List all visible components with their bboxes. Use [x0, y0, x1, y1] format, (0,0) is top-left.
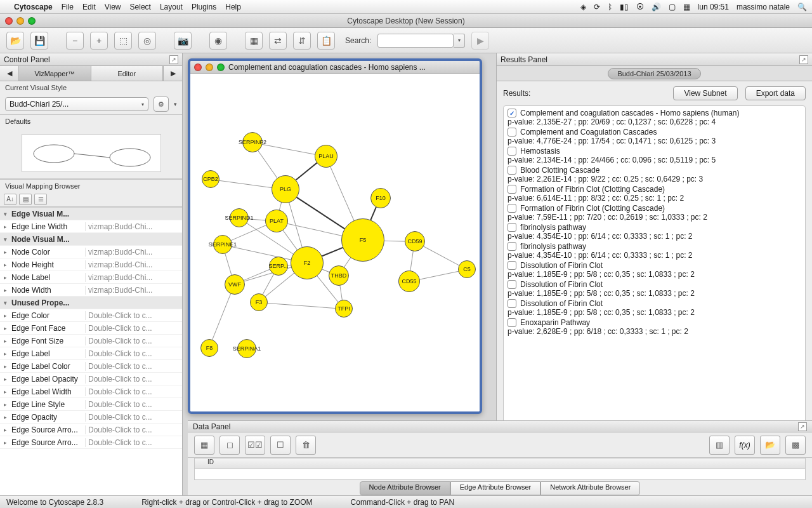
network-node[interactable]: SERPINF2: [242, 132, 263, 152]
tree-row[interactable]: ▸Edge ColorDouble-Click to c...: [0, 309, 182, 322]
result-checkbox[interactable]: [508, 147, 516, 156]
result-checkbox[interactable]: [508, 128, 516, 137]
tree-row[interactable]: ▸Edge Font SizeDouble-Click to c...: [0, 335, 182, 347]
search-go-icon[interactable]: ▶: [471, 32, 489, 50]
open-icon[interactable]: 📂: [6, 32, 24, 50]
result-item[interactable]: Formation of Fibrin Clot (Clotting Casca…: [508, 185, 801, 203]
save-icon[interactable]: 💾: [30, 32, 48, 50]
tree-row[interactable]: ▸Edge Source Arro...Double-Click to c...: [0, 424, 182, 436]
network-node[interactable]: CD59: [405, 231, 425, 251]
result-checkbox[interactable]: [508, 109, 516, 117]
tab-prev[interactable]: ◀: [0, 66, 19, 81]
network-node[interactable]: F10: [370, 188, 391, 208]
result-item[interactable]: Hemostasisp-value: 2,134E-14 ; pp: 24/46…: [508, 147, 801, 164]
battery-icon[interactable]: ▮▯: [620, 3, 629, 11]
tree-row[interactable]: ▸Edge Label OpacityDouble-Click to c...: [0, 373, 182, 385]
bluetooth-icon[interactable]: ᛒ: [608, 3, 612, 11]
search-dropdown[interactable]: ▾: [454, 34, 465, 48]
network-node[interactable]: TFPI: [335, 300, 353, 318]
result-item[interactable]: Dissolution of Fibrin Clotp-value: 1,185…: [508, 261, 801, 279]
tree-row[interactable]: ▸Node Heightvizmap:Budd-Chi...: [0, 258, 182, 271]
network-node[interactable]: CPB2: [202, 170, 219, 188]
style-menu-arrow[interactable]: ▾: [174, 101, 177, 107]
network-node[interactable]: PLG: [272, 175, 299, 203]
gdrive-icon[interactable]: ◈: [580, 3, 586, 11]
network-node[interactable]: F3: [250, 293, 268, 311]
result-item[interactable]: Blood Clotting Cascadep-value: 2,261E-14…: [508, 166, 801, 184]
tree-row[interactable]: ▸Node Colorvizmap:Budd-Chi...: [0, 246, 182, 258]
wifi-icon[interactable]: ⦿: [636, 3, 644, 11]
tree-row[interactable]: ▸Node Widthvizmap:Budd-Chi...: [0, 284, 182, 297]
show-hide-icon[interactable]: ▦: [245, 32, 263, 50]
network-node[interactable]: THBD: [329, 265, 349, 286]
net-close[interactable]: [194, 64, 202, 71]
preferences-icon[interactable]: 📋: [317, 32, 335, 50]
results-tab[interactable]: Budd-Chiari 25/03/2013: [608, 68, 700, 79]
zoom-out-icon[interactable]: −: [66, 32, 84, 50]
network-window[interactable]: Complement and coagulation cascades - Ho…: [188, 58, 482, 414]
menu-edit[interactable]: Edit: [82, 3, 96, 11]
tree-row[interactable]: ▾Node Visual M...: [0, 233, 182, 246]
column-id[interactable]: ID: [195, 458, 805, 469]
uncheckall-icon[interactable]: ☐: [270, 436, 291, 455]
tree-row[interactable]: ▸Edge OpacityDouble-Click to c...: [0, 411, 182, 424]
network-edge[interactable]: [259, 302, 344, 309]
new-attr-icon[interactable]: ▥: [709, 436, 730, 455]
select-icon[interactable]: ◻: [219, 436, 240, 455]
zoom-selected-icon[interactable]: ◎: [138, 32, 156, 50]
zoom-window[interactable]: [28, 17, 36, 25]
tree-row[interactable]: ▸Edge Line StyleDouble-Click to c...: [0, 398, 182, 411]
tab-edge-attrs[interactable]: Edge Attribute Browser: [450, 481, 541, 495]
volume-icon[interactable]: 🔊: [652, 3, 661, 11]
network-canvas[interactable]: SERPINF2PLAUCPB2PLGSERPIND1PLATF10SERPIN…: [190, 74, 480, 411]
network-node[interactable]: F5: [341, 218, 384, 262]
tree-row[interactable]: ▸Edge LabelDouble-Click to c...: [0, 347, 182, 360]
close-window[interactable]: [5, 17, 13, 25]
defaults-preview[interactable]: [0, 128, 182, 178]
view-subnet-button[interactable]: View Subnet: [673, 86, 737, 100]
mapping-tree[interactable]: ▾Edge Visual M...▸Edge Line Widthvizmap:…: [0, 207, 182, 495]
result-checkbox[interactable]: [508, 299, 516, 308]
network-node[interactable]: F8: [200, 339, 218, 357]
result-checkbox[interactable]: [508, 242, 516, 251]
tab-node-attrs[interactable]: Node Attribute Browser: [360, 481, 450, 495]
menu-layout[interactable]: Layout: [160, 3, 183, 11]
zoom-in-icon[interactable]: +: [90, 32, 108, 50]
menu-help[interactable]: Help: [225, 3, 241, 11]
display-icon[interactable]: ▢: [669, 3, 676, 11]
export-data-button[interactable]: Export data: [745, 86, 806, 100]
network-node[interactable]: SERPINE1: [213, 235, 232, 254]
table-icon[interactable]: ▦: [194, 436, 214, 455]
menu-file[interactable]: File: [62, 3, 74, 11]
network-node[interactable]: VWF: [225, 274, 245, 295]
data-table[interactable]: ID: [194, 458, 806, 480]
network-node[interactable]: PLAU: [315, 145, 337, 168]
sort-az-icon[interactable]: A↓: [4, 194, 16, 205]
tree-row[interactable]: ▸Edge Font FaceDouble-Click to c...: [0, 322, 182, 335]
network-node[interactable]: SERP...: [269, 257, 288, 276]
tree-row[interactable]: ▸Edge Line Widthvizmap:Budd-Chi...: [0, 220, 182, 233]
date-icon[interactable]: ▦: [683, 3, 690, 11]
network-node[interactable]: C5: [458, 260, 476, 278]
network-node[interactable]: PLAT: [265, 210, 288, 232]
minimize-window[interactable]: [16, 17, 24, 25]
snapshot-icon[interactable]: 📷: [174, 32, 192, 50]
result-checkbox[interactable]: [508, 166, 516, 175]
spotlight-icon[interactable]: 🔍: [797, 3, 807, 11]
network-node[interactable]: F2: [291, 246, 324, 279]
style-options-icon[interactable]: ⚙: [154, 97, 169, 112]
result-item[interactable]: Complement and coagulation cascades - Ho…: [508, 109, 801, 126]
tree-row[interactable]: ▸Edge Source Arro...Double-Click to c...: [0, 436, 182, 449]
result-checkbox[interactable]: [508, 318, 516, 327]
style-select[interactable]: Budd-Chiari 25/...▾: [5, 97, 148, 111]
tree-row[interactable]: ▸Edge Label WidthDouble-Click to c...: [0, 385, 182, 398]
menu-view[interactable]: View: [105, 3, 121, 11]
result-item[interactable]: Formation of Fibrin Clot (Clotting Casca…: [508, 204, 801, 222]
result-item[interactable]: Complement and Coagulation Cascadesp-val…: [508, 128, 801, 145]
tree-row[interactable]: ▸Edge Label ColorDouble-Click to c...: [0, 360, 182, 373]
menu-plugins[interactable]: Plugins: [192, 3, 216, 11]
result-checkbox[interactable]: [508, 261, 516, 270]
net-min[interactable]: [206, 64, 213, 71]
delete-icon[interactable]: 🗑: [296, 436, 316, 455]
search-input[interactable]: [377, 34, 454, 48]
